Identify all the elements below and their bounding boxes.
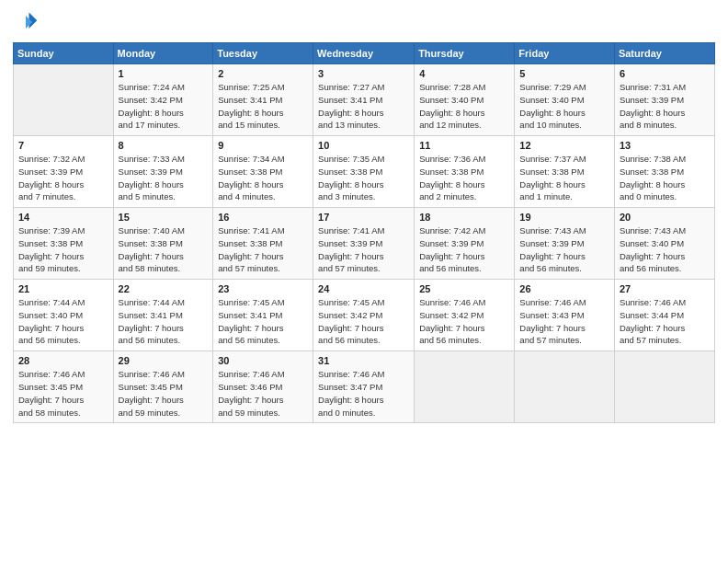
day-detail: Sunrise: 7:38 AM Sunset: 3:38 PM Dayligh… [620, 153, 710, 203]
day-cell [415, 351, 515, 423]
day-cell: 28Sunrise: 7:46 AM Sunset: 3:45 PM Dayli… [14, 351, 114, 423]
day-cell: 5Sunrise: 7:29 AM Sunset: 3:40 PM Daylig… [515, 64, 615, 136]
day-number: 6 [620, 68, 710, 79]
day-cell: 20Sunrise: 7:43 AM Sunset: 3:40 PM Dayli… [614, 208, 714, 280]
day-detail: Sunrise: 7:36 AM Sunset: 3:38 PM Dayligh… [419, 153, 509, 203]
day-cell [614, 351, 714, 423]
week-row-4: 21Sunrise: 7:44 AM Sunset: 3:40 PM Dayli… [14, 280, 715, 351]
day-number: 9 [218, 140, 308, 151]
day-cell: 21Sunrise: 7:44 AM Sunset: 3:40 PM Dayli… [14, 280, 114, 351]
day-detail: Sunrise: 7:34 AM Sunset: 3:38 PM Dayligh… [218, 153, 308, 203]
day-number: 4 [419, 68, 509, 79]
day-detail: Sunrise: 7:31 AM Sunset: 3:39 PM Dayligh… [620, 81, 710, 132]
day-cell: 16Sunrise: 7:41 AM Sunset: 3:38 PM Dayli… [213, 208, 313, 280]
day-cell [515, 351, 615, 423]
day-number: 8 [119, 140, 209, 151]
day-detail: Sunrise: 7:24 AM Sunset: 3:42 PM Dayligh… [119, 81, 209, 132]
day-cell: 1Sunrise: 7:24 AM Sunset: 3:42 PM Daylig… [113, 64, 213, 136]
calendar: SundayMondayTuesdayWednesdayThursdayFrid… [13, 42, 715, 423]
day-number: 14 [18, 212, 108, 223]
day-cell: 8Sunrise: 7:33 AM Sunset: 3:39 PM Daylig… [113, 136, 213, 208]
day-cell: 7Sunrise: 7:32 AM Sunset: 3:39 PM Daylig… [14, 136, 114, 208]
day-cell: 26Sunrise: 7:46 AM Sunset: 3:43 PM Dayli… [515, 280, 615, 351]
day-number: 1 [119, 68, 209, 79]
day-number: 12 [519, 140, 609, 151]
day-cell: 9Sunrise: 7:34 AM Sunset: 3:38 PM Daylig… [213, 136, 313, 208]
day-number: 17 [318, 212, 409, 223]
weekday-header-wednesday: Wednesday [313, 43, 415, 64]
day-number: 28 [18, 355, 108, 366]
day-detail: Sunrise: 7:45 AM Sunset: 3:42 PM Dayligh… [318, 296, 409, 347]
day-detail: Sunrise: 7:46 AM Sunset: 3:42 PM Dayligh… [419, 296, 509, 347]
day-detail: Sunrise: 7:43 AM Sunset: 3:40 PM Dayligh… [620, 224, 710, 275]
day-number: 23 [218, 283, 308, 294]
day-cell: 18Sunrise: 7:42 AM Sunset: 3:39 PM Dayli… [415, 208, 515, 280]
day-detail: Sunrise: 7:45 AM Sunset: 3:41 PM Dayligh… [218, 296, 308, 347]
day-cell: 24Sunrise: 7:45 AM Sunset: 3:42 PM Dayli… [313, 280, 415, 351]
day-detail: Sunrise: 7:28 AM Sunset: 3:40 PM Dayligh… [419, 81, 509, 132]
day-number: 5 [519, 68, 609, 79]
day-cell: 14Sunrise: 7:39 AM Sunset: 3:38 PM Dayli… [14, 208, 114, 280]
day-cell: 10Sunrise: 7:35 AM Sunset: 3:38 PM Dayli… [313, 136, 415, 208]
day-number: 15 [119, 212, 209, 223]
day-cell: 15Sunrise: 7:40 AM Sunset: 3:38 PM Dayli… [113, 208, 213, 280]
weekday-header-thursday: Thursday [415, 43, 515, 64]
day-cell: 25Sunrise: 7:46 AM Sunset: 3:42 PM Dayli… [415, 280, 515, 351]
day-detail: Sunrise: 7:35 AM Sunset: 3:38 PM Dayligh… [318, 153, 409, 203]
weekday-header-tuesday: Tuesday [213, 43, 313, 64]
day-number: 11 [419, 140, 509, 151]
header [13, 9, 715, 35]
day-number: 16 [218, 212, 308, 223]
day-detail: Sunrise: 7:46 AM Sunset: 3:45 PM Dayligh… [119, 368, 209, 419]
day-detail: Sunrise: 7:40 AM Sunset: 3:38 PM Dayligh… [119, 224, 209, 275]
day-cell: 3Sunrise: 7:27 AM Sunset: 3:41 PM Daylig… [313, 64, 415, 136]
weekday-header-saturday: Saturday [614, 43, 714, 64]
weekday-header-sunday: Sunday [14, 43, 114, 64]
day-detail: Sunrise: 7:43 AM Sunset: 3:39 PM Dayligh… [519, 224, 609, 275]
day-cell: 4Sunrise: 7:28 AM Sunset: 3:40 PM Daylig… [415, 64, 515, 136]
day-number: 18 [419, 212, 509, 223]
day-cell: 23Sunrise: 7:45 AM Sunset: 3:41 PM Dayli… [213, 280, 313, 351]
day-number: 2 [218, 68, 308, 79]
day-detail: Sunrise: 7:46 AM Sunset: 3:44 PM Dayligh… [620, 296, 710, 347]
day-cell: 31Sunrise: 7:46 AM Sunset: 3:47 PM Dayli… [313, 351, 415, 423]
day-cell: 27Sunrise: 7:46 AM Sunset: 3:44 PM Dayli… [614, 280, 714, 351]
day-number: 13 [620, 140, 710, 151]
day-detail: Sunrise: 7:25 AM Sunset: 3:41 PM Dayligh… [218, 81, 308, 132]
week-row-3: 14Sunrise: 7:39 AM Sunset: 3:38 PM Dayli… [14, 208, 715, 280]
day-cell: 13Sunrise: 7:38 AM Sunset: 3:38 PM Dayli… [614, 136, 714, 208]
day-detail: Sunrise: 7:37 AM Sunset: 3:38 PM Dayligh… [519, 153, 609, 203]
day-detail: Sunrise: 7:27 AM Sunset: 3:41 PM Dayligh… [318, 81, 409, 132]
day-detail: Sunrise: 7:41 AM Sunset: 3:39 PM Dayligh… [318, 224, 409, 275]
day-number: 29 [119, 355, 209, 366]
week-row-1: 1Sunrise: 7:24 AM Sunset: 3:42 PM Daylig… [14, 64, 715, 136]
day-number: 24 [318, 283, 409, 294]
day-detail: Sunrise: 7:46 AM Sunset: 3:45 PM Dayligh… [18, 368, 108, 419]
day-number: 21 [18, 283, 108, 294]
day-cell: 2Sunrise: 7:25 AM Sunset: 3:41 PM Daylig… [213, 64, 313, 136]
day-cell: 30Sunrise: 7:46 AM Sunset: 3:46 PM Dayli… [213, 351, 313, 423]
week-row-5: 28Sunrise: 7:46 AM Sunset: 3:45 PM Dayli… [14, 351, 715, 423]
day-cell: 29Sunrise: 7:46 AM Sunset: 3:45 PM Dayli… [113, 351, 213, 423]
day-detail: Sunrise: 7:32 AM Sunset: 3:39 PM Dayligh… [18, 153, 108, 203]
day-detail: Sunrise: 7:44 AM Sunset: 3:40 PM Dayligh… [18, 296, 108, 347]
day-number: 19 [519, 212, 609, 223]
weekday-header-friday: Friday [515, 43, 615, 64]
day-detail: Sunrise: 7:46 AM Sunset: 3:46 PM Dayligh… [218, 368, 308, 419]
day-cell [14, 64, 114, 136]
day-detail: Sunrise: 7:39 AM Sunset: 3:38 PM Dayligh… [18, 224, 108, 275]
day-detail: Sunrise: 7:46 AM Sunset: 3:47 PM Dayligh… [318, 368, 409, 419]
day-number: 10 [318, 140, 409, 151]
week-row-2: 7Sunrise: 7:32 AM Sunset: 3:39 PM Daylig… [14, 136, 715, 208]
day-number: 27 [620, 283, 710, 294]
page: SundayMondayTuesdayWednesdayThursdayFrid… [0, 0, 728, 563]
day-detail: Sunrise: 7:44 AM Sunset: 3:41 PM Dayligh… [119, 296, 209, 347]
day-cell: 6Sunrise: 7:31 AM Sunset: 3:39 PM Daylig… [614, 64, 714, 136]
logo-icon [13, 9, 39, 35]
day-number: 31 [318, 355, 409, 366]
day-cell: 19Sunrise: 7:43 AM Sunset: 3:39 PM Dayli… [515, 208, 615, 280]
day-number: 30 [218, 355, 308, 366]
day-detail: Sunrise: 7:46 AM Sunset: 3:43 PM Dayligh… [519, 296, 609, 347]
weekday-header-monday: Monday [113, 43, 213, 64]
day-number: 26 [519, 283, 609, 294]
